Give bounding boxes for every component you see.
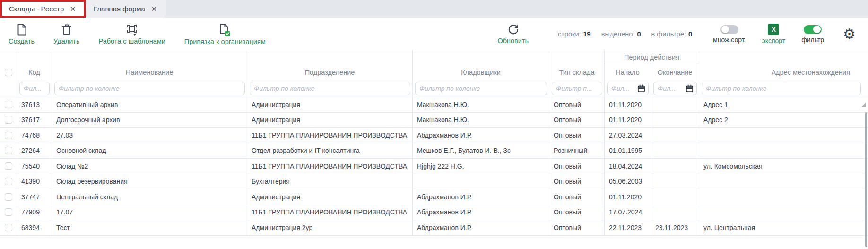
column-header-end[interactable]: Окончание: [651, 64, 699, 80]
cell-type: Розничный: [549, 143, 605, 159]
cell-type: Оптовый: [549, 97, 605, 112]
export-label: экспорт: [762, 37, 786, 44]
org-binding-button[interactable]: Привязка к организациям: [184, 23, 266, 45]
cell-code: 37617: [17, 113, 52, 128]
row-select-cell: [0, 205, 17, 220]
cell-name: Тест: [52, 220, 247, 235]
column-header-start[interactable]: Начало: [605, 64, 651, 80]
tab-close-icon[interactable]: ✕: [70, 6, 76, 12]
table-row[interactable]: 27264Основной складОтдел разработки и IT…: [0, 143, 868, 159]
cell-start: 01.11.2020: [605, 113, 651, 128]
cell-start: 01.01.1995: [605, 143, 651, 159]
cell-name: Основной склад: [52, 143, 247, 159]
cell-name: Склад №2: [52, 159, 247, 174]
cell-division: 11Б1 ГРУППА ПЛАНИРОВАНИЯ ПРОИЗВОДСТВА: [247, 128, 413, 143]
cell-code: 41390: [17, 174, 52, 189]
toggle-knob: [721, 26, 729, 33]
filter-input-end[interactable]: [653, 82, 697, 95]
cell-address: ул. Комсомольская: [699, 159, 868, 174]
org-binding-label: Привязка к организациям: [184, 38, 266, 45]
cell-code: 74768: [17, 128, 52, 143]
table-row[interactable]: 7476827.0311Б1 ГРУППА ПЛАНИРОВАНИЯ ПРОИЗ…: [0, 128, 868, 143]
row-checkbox[interactable]: [5, 147, 12, 154]
cell-address: [699, 174, 868, 189]
tab-label: Главная форма: [94, 5, 145, 13]
table-row[interactable]: 68394ТестАдминистрация 2урАбдрахманов И.…: [0, 220, 868, 236]
column-group-period: Период действия: [605, 50, 699, 64]
table-row[interactable]: 37617Долгосрочный архивАдминистрацияМакш…: [0, 113, 868, 128]
row-select-cell: [0, 189, 17, 205]
row-checkbox[interactable]: [5, 116, 12, 124]
filter-input-name[interactable]: [54, 82, 245, 95]
cell-keepers: Абдрахманов И.Р.: [413, 220, 549, 235]
tab-warehouses-registry[interactable]: Склады - Реестр ✕: [0, 0, 85, 18]
templates-button[interactable]: Работа с шаблонами: [98, 23, 165, 45]
export-button[interactable]: X экспорт: [762, 24, 786, 44]
table-row[interactable]: 37613Оперативный архивАдминистрацияМакша…: [0, 97, 868, 113]
filter-input-code[interactable]: [19, 82, 50, 95]
delete-button[interactable]: Удалить: [53, 23, 79, 45]
multi-sort-toggle-group[interactable]: множ.сорт.: [713, 25, 746, 44]
row-checkbox[interactable]: [5, 162, 12, 170]
filter-toggle[interactable]: [804, 25, 822, 34]
toolbar-right: Обновить строки:19 выделено:0 в фильтре:…: [497, 24, 856, 44]
delete-label: Удалить: [53, 37, 79, 45]
row-checkbox[interactable]: [5, 193, 12, 201]
cell-keepers: Макшакова Н.Ю.: [413, 97, 549, 112]
cell-address: [699, 205, 868, 220]
column-header-code[interactable]: Код: [17, 50, 52, 80]
filter-input-address[interactable]: [702, 82, 861, 95]
column-header-division[interactable]: Подразделение: [247, 50, 413, 80]
tab-main-form[interactable]: Главная форма ✕: [85, 0, 166, 18]
cell-end: [651, 174, 699, 189]
filter-cell-end: [651, 80, 699, 97]
row-checkbox[interactable]: [5, 101, 12, 108]
row-checkbox[interactable]: [5, 178, 12, 185]
cell-code: 37613: [17, 97, 52, 112]
column-header-type[interactable]: Тип склада: [549, 50, 605, 80]
row-checkbox[interactable]: [5, 224, 12, 231]
tab-close-icon[interactable]: ✕: [151, 6, 157, 12]
vertical-scrollbar[interactable]: [865, 112, 867, 247]
cell-division: Администрация 2ур: [247, 220, 413, 235]
cell-code: 75540: [17, 159, 52, 174]
filter-input-start[interactable]: [607, 82, 649, 95]
filter-input-division[interactable]: [250, 82, 410, 95]
table-row[interactable]: 37747Центральный складАдминистрацияАбдра…: [0, 189, 868, 205]
table-row[interactable]: 7790917.0711Б1 ГРУППА ПЛАНИРОВАНИЯ ПРОИЗ…: [0, 205, 868, 221]
cell-code: 37747: [17, 189, 52, 205]
column-header-address[interactable]: Адрес местонахождения: [699, 50, 868, 80]
cell-type: Оптовый: [549, 159, 605, 174]
filter-cell-checkbox: [0, 80, 17, 97]
cell-name: 27.03: [52, 128, 247, 143]
row-checkbox[interactable]: [5, 208, 12, 216]
filter-cell-start: [605, 80, 651, 97]
filter-cell-code: [17, 80, 52, 97]
cell-keepers: Hjghjg 222 H.G.: [413, 159, 549, 174]
cell-end: [651, 189, 699, 205]
cell-address: ул. Центральная: [699, 220, 868, 235]
table-row[interactable]: 41390Склад резервированияБухгалтерияОпто…: [0, 174, 868, 190]
column-header-keepers[interactable]: Кладовщики: [413, 50, 549, 80]
filter-toggle-group[interactable]: фильтр: [801, 25, 824, 44]
select-all-checkbox[interactable]: [5, 69, 12, 76]
filter-input-keepers[interactable]: [415, 82, 547, 95]
tab-bar: Склады - Реестр ✕ Главная форма ✕: [0, 0, 868, 18]
multi-sort-toggle[interactable]: [720, 25, 738, 34]
create-button[interactable]: Создать: [9, 23, 35, 45]
templates-label: Работа с шаблонами: [98, 37, 165, 45]
row-checkbox[interactable]: [5, 132, 12, 139]
refresh-button[interactable]: Обновить: [497, 24, 529, 44]
cell-type: Оптовый: [549, 113, 605, 128]
cell-name: Долгосрочный архив: [52, 113, 247, 128]
excel-export-icon[interactable]: X: [768, 24, 779, 35]
filter-cell-keepers: [413, 80, 549, 97]
cell-address: Адрес 1: [699, 97, 868, 112]
cell-code: 77909: [17, 205, 52, 220]
toolbar: Создать Удалить Работа с шаблонами Привя…: [0, 18, 868, 50]
table-row[interactable]: 75540Склад №211Б1 ГРУППА ПЛАНИРОВАНИЯ ПР…: [0, 159, 868, 174]
settings-gear-icon[interactable]: ⚙: [843, 27, 856, 41]
column-header-name[interactable]: Наименование: [52, 50, 247, 80]
cell-division: Администрация: [247, 189, 413, 205]
filter-input-type[interactable]: [552, 82, 602, 95]
